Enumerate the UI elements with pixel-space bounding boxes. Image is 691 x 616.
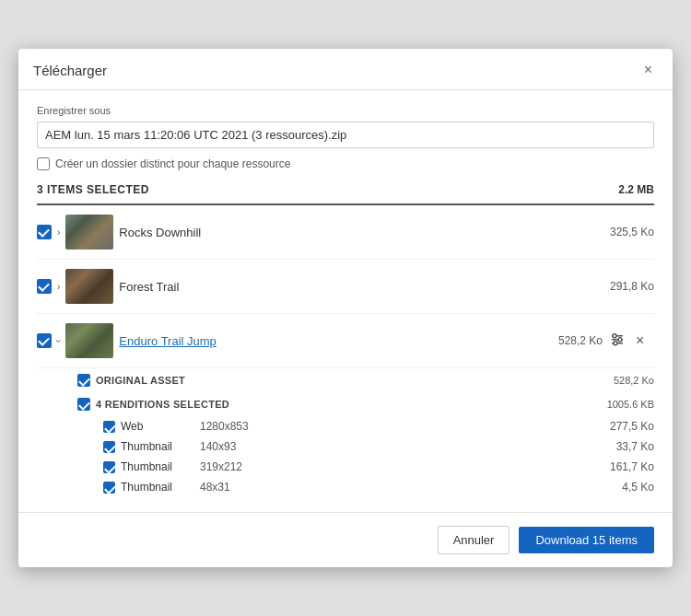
original-asset-size: 528,2 Ko xyxy=(614,375,654,386)
item-name-rocks: Rocks Downhill xyxy=(119,226,584,239)
settings-icon xyxy=(610,332,625,347)
original-asset-row: ORIGINAL ASSET 528,2 Ko xyxy=(77,368,654,392)
renditions-size: 1005.6 KB xyxy=(607,399,654,410)
download-button[interactable]: Download 15 items xyxy=(519,527,654,553)
item-size-rocks: 325,5 Ko xyxy=(590,226,654,238)
item-checkbox-enduro[interactable] xyxy=(37,333,52,348)
rendition-size-thumb1: 33,7 Ko xyxy=(616,440,654,453)
settings-button-enduro[interactable] xyxy=(608,331,627,352)
folder-checkbox[interactable] xyxy=(37,157,50,170)
svg-point-4 xyxy=(618,337,622,341)
item-size-enduro: 528,2 Ko xyxy=(538,334,603,347)
rendition-checkbox-thumb1[interactable] xyxy=(103,441,115,453)
rendition-checkbox-thumb3[interactable] xyxy=(103,482,115,494)
list-item: › Rocks Downhill 325,5 Ko xyxy=(37,205,654,260)
folder-checkbox-row: Créer un dossier distinct pour chaque re… xyxy=(37,157,654,170)
rendition-dims-thumb3: 48x31 xyxy=(200,481,274,494)
items-count-label: 3 ITEMS SELECTED xyxy=(37,183,149,196)
rendition-size-web: 277,5 Ko xyxy=(610,420,654,433)
original-checkbox[interactable] xyxy=(77,374,90,387)
item-name-enduro[interactable]: Enduro Trail Jump xyxy=(119,334,533,348)
folder-checkbox-label: Créer un dossier distinct pour chaque re… xyxy=(55,157,290,170)
rendition-checkbox-web[interactable] xyxy=(103,421,115,433)
rendition-size-thumb3: 4,5 Ko xyxy=(622,481,654,494)
rendition-name-thumb3: Thumbnail xyxy=(121,481,194,494)
cancel-button[interactable]: Annuler xyxy=(438,526,510,554)
rendition-row: Thumbnail 140x93 33,7 Ko xyxy=(77,436,654,457)
expand-icon-enduro[interactable]: › xyxy=(53,339,64,342)
item-thumbnail-enduro xyxy=(65,323,113,358)
svg-point-5 xyxy=(614,341,617,344)
items-total-size: 2.2 MB xyxy=(618,183,654,196)
item-checkbox-rocks[interactable] xyxy=(37,225,52,239)
item-name-forest: Forest Trail xyxy=(119,280,584,294)
rendition-name-thumb1: Thumbnail xyxy=(121,440,194,453)
dialog-footer: Annuler Download 15 items xyxy=(18,512,673,567)
remove-button-enduro[interactable]: × xyxy=(634,331,646,351)
rendition-row: Web 1280x853 277,5 Ko xyxy=(77,416,654,436)
filename-input[interactable] xyxy=(37,122,654,148)
items-header: 3 ITEMS SELECTED 2.2 MB xyxy=(37,183,654,205)
svg-point-3 xyxy=(613,333,616,337)
rendition-row: Thumbnail 48x31 4,5 Ko xyxy=(77,477,654,497)
list-item: › Forest Trail 291,8 Ko xyxy=(37,260,654,314)
expand-icon-rocks[interactable]: › xyxy=(57,227,60,238)
rendition-name-web: Web xyxy=(121,420,194,433)
rendition-name-thumb2: Thumbnail xyxy=(121,460,194,473)
list-item: › Enduro Trail Jump 528,2 Ko xyxy=(37,314,654,368)
renditions-checkbox[interactable] xyxy=(77,398,90,411)
item-thumbnail-forest xyxy=(65,269,113,304)
rendition-dims-thumb2: 319x212 xyxy=(200,460,274,473)
item-size-forest: 291,8 Ko xyxy=(590,280,654,293)
dialog-header: Télécharger × xyxy=(18,49,673,90)
item-checkbox-forest[interactable] xyxy=(37,279,52,294)
items-list: › Rocks Downhill 325,5 Ko › Forest Trail… xyxy=(37,205,654,497)
rendition-size-thumb2: 161,7 Ko xyxy=(610,460,654,473)
dialog-title: Télécharger xyxy=(33,63,107,78)
renditions-header-row: 4 RENDITIONS SELECTED 1005.6 KB xyxy=(77,392,654,416)
download-dialog: Télécharger × Enregistrer sous Créer un … xyxy=(18,49,673,567)
original-asset-label: ORIGINAL ASSET xyxy=(96,375,185,386)
close-button[interactable]: × xyxy=(638,60,658,80)
item-thumbnail-rocks xyxy=(65,215,113,250)
rendition-dims-thumb1: 140x93 xyxy=(200,440,274,453)
rendition-checkbox-thumb2[interactable] xyxy=(103,461,115,473)
rendition-dims-web: 1280x853 xyxy=(200,420,274,433)
dialog-body: Enregistrer sous Créer un dossier distin… xyxy=(18,90,673,512)
expand-icon-forest[interactable]: › xyxy=(57,282,60,292)
save-as-label: Enregistrer sous xyxy=(37,105,654,116)
enduro-expanded-section: ORIGINAL ASSET 528,2 Ko 4 RENDITIONS SEL… xyxy=(37,368,654,497)
renditions-label: 4 RENDITIONS SELECTED xyxy=(96,399,229,410)
rendition-row: Thumbnail 319x212 161,7 Ko xyxy=(77,457,654,477)
item-actions-enduro: × xyxy=(608,331,654,352)
